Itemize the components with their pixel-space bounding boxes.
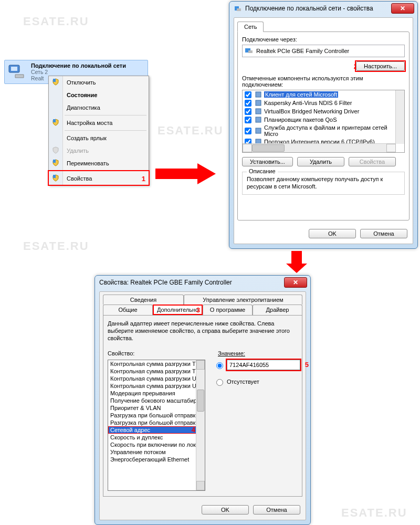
property-item[interactable]: Контрольная сумма разгрузки TCP xyxy=(108,368,205,375)
titlebar[interactable]: Свойства: Realtek PCIe GBE Family Contro… xyxy=(95,276,310,289)
property-item[interactable]: Контрольная сумма разгрузки TCP xyxy=(108,360,205,368)
property-listbox[interactable]: Контрольная сумма разгрузки TCPКонтрольн… xyxy=(108,360,205,491)
scroll-down-icon[interactable] xyxy=(196,481,205,490)
vertical-scrollbar[interactable] xyxy=(395,90,404,144)
shield-icon xyxy=(51,146,60,154)
red-arrow-down xyxy=(284,251,310,274)
component-properties-button: Свойства xyxy=(349,157,396,166)
component-item[interactable]: Клиент для сетей Microsoft xyxy=(243,90,404,99)
ctx-bridge-label: Настройка моста xyxy=(67,120,112,126)
titlebar[interactable]: Подключение по локальной сети - свойства… xyxy=(229,2,417,15)
value-present-radio-input[interactable] xyxy=(216,362,223,369)
ctx-diagnostics[interactable]: Диагностика xyxy=(49,101,149,114)
component-checkbox[interactable] xyxy=(245,128,251,134)
scroll-right-icon[interactable] xyxy=(386,144,396,152)
horizontal-scrollbar[interactable] xyxy=(243,143,396,152)
scroll-left-icon[interactable] xyxy=(243,144,252,152)
property-item[interactable]: Получение бокового масштабирован xyxy=(108,397,205,404)
tab-advanced[interactable]: Дополнительно 3 xyxy=(153,304,203,315)
step-number-5: 5 xyxy=(305,361,309,369)
install-button[interactable]: Установить... xyxy=(242,157,293,166)
ctx-shortcut-label: Создать ярлык xyxy=(67,135,107,141)
ok-button[interactable]: OK xyxy=(309,229,356,238)
component-icon xyxy=(255,116,262,123)
components-list[interactable]: Клиент для сетей MicrosoftKaspersky Anti… xyxy=(242,90,405,153)
svg-rect-6 xyxy=(155,169,197,179)
tab-panel-advanced: Данный адаптер имеет перечисленные ниже … xyxy=(103,315,302,497)
configure-button-label: Настроить... xyxy=(364,63,397,69)
property-item[interactable]: Разгрузка при большой отправке v2 xyxy=(108,412,205,419)
component-checkbox[interactable] xyxy=(245,117,251,123)
svg-rect-14 xyxy=(256,109,261,114)
value-present-radio[interactable]: 5 xyxy=(214,360,298,370)
scroll-thumb[interactable] xyxy=(252,144,285,152)
tab-driver[interactable]: Драйвер xyxy=(253,304,302,315)
component-item[interactable]: Служба доступа к файлам и принтерам сете… xyxy=(243,124,404,138)
shield-icon xyxy=(51,159,60,167)
network-item-with-context-menu: Подключение по локальной сети Сеть 2 Rea… xyxy=(4,60,148,84)
watermark: ESATE.RU xyxy=(23,15,89,28)
ctx-props-label: Свойства xyxy=(67,175,92,182)
property-item[interactable]: Скорость при включении по локальн xyxy=(108,441,205,448)
property-item[interactable]: Контрольная сумма разгрузки UDP xyxy=(108,375,205,382)
network-item-title: Подключение по локальной сети xyxy=(31,62,126,69)
ok-button[interactable]: OK xyxy=(202,505,249,514)
component-item[interactable]: Планировщик пакетов QoS xyxy=(243,116,404,124)
ctx-properties[interactable]: Свойства xyxy=(49,172,149,185)
step-number-4: 4 xyxy=(192,426,195,434)
tab-network[interactable]: Сеть xyxy=(237,22,264,32)
svg-rect-13 xyxy=(256,100,261,106)
shield-icon xyxy=(51,174,60,182)
close-button[interactable]: ✕ xyxy=(391,3,414,14)
close-icon: ✕ xyxy=(293,279,298,286)
cancel-button[interactable]: Отмена xyxy=(253,505,300,514)
tab-power[interactable]: Управление электропитанием xyxy=(184,295,302,304)
ctx-status[interactable]: Состояние xyxy=(49,89,149,101)
cancel-button[interactable]: Отмена xyxy=(360,229,407,238)
svg-rect-19 xyxy=(291,251,302,264)
component-checkbox[interactable] xyxy=(245,100,251,107)
driver-properties-window: Свойства: Realtek PCIe GBE Family Contro… xyxy=(94,275,311,525)
uninstall-button[interactable]: Удалить xyxy=(297,157,344,166)
configure-button[interactable]: Настроить... xyxy=(356,61,405,71)
property-item[interactable]: Разгрузка при большой отправке v2 xyxy=(108,419,205,426)
close-button[interactable]: ✕ xyxy=(284,277,307,288)
property-item[interactable]: Управление потоком xyxy=(108,448,205,456)
component-checkbox[interactable] xyxy=(245,108,251,115)
scroll-up-icon[interactable] xyxy=(196,360,205,370)
svg-rect-9 xyxy=(237,8,241,11)
value-absent-radio-input[interactable] xyxy=(216,379,223,386)
ctx-rename[interactable]: Переименовать xyxy=(49,157,149,170)
tab-details[interactable]: Сведения xyxy=(103,295,184,304)
property-item[interactable]: Контрольная сумма разгрузки UDP xyxy=(108,382,205,390)
scroll-thumb[interactable] xyxy=(197,390,204,412)
tab-about[interactable]: О программе xyxy=(203,304,253,315)
mac-address-input[interactable] xyxy=(227,360,300,370)
property-item[interactable]: Энергосберегающий Ethernet xyxy=(108,456,205,463)
ctx-shortcut[interactable]: Создать ярлык xyxy=(49,132,149,144)
svg-rect-1 xyxy=(11,67,17,71)
component-item[interactable]: VirtualBox Bridged Networking Driver xyxy=(243,107,404,116)
property-item[interactable]: Модерация прерывания xyxy=(108,390,205,397)
component-item[interactable]: Kaspersky Anti-Virus NDIS 6 Filter xyxy=(243,99,404,107)
vertical-scrollbar[interactable] xyxy=(196,360,205,490)
svg-rect-3 xyxy=(53,119,56,122)
context-menu-separator xyxy=(65,115,146,116)
property-item[interactable]: Скорость и дуплекс xyxy=(108,434,205,441)
component-checkbox[interactable] xyxy=(245,91,251,98)
ctx-rename-label: Переименовать xyxy=(67,160,109,166)
property-item[interactable]: Сетевой адрес4 xyxy=(108,426,205,434)
tab-advanced-label: Дополнительно xyxy=(157,307,198,313)
tab-general[interactable]: Общие xyxy=(103,304,153,315)
context-menu: Отключить Состояние Диагностика Настройк… xyxy=(48,76,149,185)
svg-rect-12 xyxy=(256,92,261,97)
ctx-disable[interactable]: Отключить xyxy=(49,76,149,89)
property-item[interactable]: Приоритет & VLAN xyxy=(108,404,205,412)
tab-panel-network: Подключение через: Realtek PCIe GBE Fami… xyxy=(237,32,410,220)
value-absent-label: Отсутствует xyxy=(227,379,259,385)
context-menu-separator xyxy=(65,130,146,131)
ctx-delete: Удалить xyxy=(49,144,149,157)
ctx-bridge[interactable]: Настройка моста xyxy=(49,117,149,129)
window-title: Свойства: Realtek PCIe GBE Family Contro… xyxy=(99,279,232,286)
value-absent-radio[interactable]: Отсутствует xyxy=(214,377,298,386)
